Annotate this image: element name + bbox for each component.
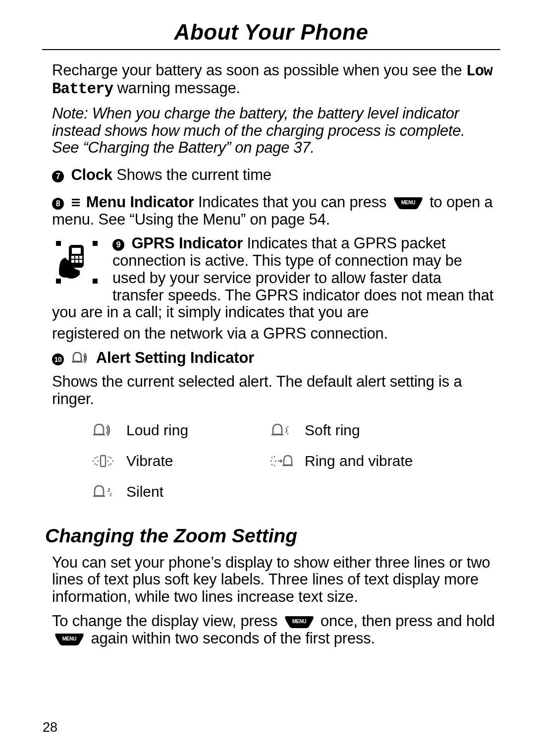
alert-description: Shows the current selected alert. The de… [52, 373, 495, 407]
svg-rect-6 [72, 248, 81, 254]
item-alert-label: Alert Setting Indicator [96, 349, 254, 366]
alert-silent-label: Silent [126, 483, 163, 501]
page-body: Recharge your battery as soon as possibl… [42, 62, 500, 647]
svg-text:z: z [109, 492, 112, 497]
gprs-hand-phone-icon [52, 238, 107, 295]
svg-point-36 [275, 460, 276, 462]
svg-point-26 [112, 460, 114, 462]
svg-point-23 [97, 464, 98, 465]
alert-soft-ring: Soft ring [270, 418, 468, 443]
svg-point-20 [93, 460, 94, 462]
silent-icon: z z [92, 484, 114, 499]
svg-text:MENU: MENU [292, 619, 306, 624]
page-number: 28 [43, 720, 57, 735]
item-gprs: 9 GPRS Indicator Indicates that a GPRS p… [52, 235, 495, 321]
marker-10-icon: 10 [52, 353, 64, 365]
svg-point-31 [271, 457, 273, 458]
menu-key-icon: MENU [284, 614, 315, 628]
svg-rect-11 [75, 260, 78, 263]
marker-7-icon: 7 [52, 171, 64, 182]
alert-options-grid: Loud ring Soft ring [92, 415, 495, 507]
alert-loud-ring: Loud ring [92, 418, 270, 443]
svg-rect-9 [79, 256, 82, 259]
svg-rect-12 [79, 260, 82, 263]
title-rule [42, 49, 500, 50]
soft-ring-icon [270, 423, 293, 438]
note-paragraph: Note: When you charge the battery, the b… [52, 105, 495, 157]
item-gprs-text: 9 GPRS Indicator Indicates that a GPRS p… [52, 234, 493, 321]
svg-point-16 [287, 426, 289, 427]
alert-vibrate: Vibrate [92, 449, 270, 473]
item-gprs-cont: registered on the network via a GPRS con… [52, 325, 495, 343]
svg-rect-3 [56, 279, 61, 284]
alert-loud-ring-label: Loud ring [126, 422, 188, 439]
svg-point-35 [274, 465, 275, 466]
svg-rect-2 [93, 241, 98, 246]
zoom-paragraph-2: To change the display view, press MENU o… [52, 613, 495, 647]
low-battery-term-2: Battery [52, 80, 113, 98]
alert-setting-icon [72, 351, 89, 369]
svg-point-19 [95, 457, 96, 459]
menu-key-icon: MENU [393, 195, 424, 209]
svg-rect-18 [101, 456, 106, 466]
text: Recharge your battery as soon as possibl… [52, 61, 466, 79]
item-clock-desc: Shows the current time [112, 166, 271, 183]
svg-point-32 [270, 460, 272, 462]
alert-ring-and-vibrate: Ring and vibrate [270, 449, 468, 473]
item-menu-desc-a: Indicates that you can press [194, 193, 391, 211]
menu-key-icon: MENU [54, 632, 85, 645]
low-battery-paragraph: Recharge your battery as soon as possibl… [52, 62, 495, 98]
loud-ring-icon [92, 423, 114, 438]
svg-point-25 [110, 457, 112, 459]
menu-indicator-icon [72, 197, 80, 208]
section-heading-zoom: Changing the Zoom Setting [45, 525, 495, 547]
alert-silent: z z Silent [92, 479, 270, 504]
svg-point-34 [274, 456, 275, 457]
page: About Your Phone Recharge your battery a… [0, 0, 535, 756]
text: once, then press and hold [317, 612, 495, 630]
text: warning message. [113, 79, 240, 97]
item-gprs-label: GPRS Indicator [131, 234, 243, 252]
svg-point-30 [107, 460, 109, 462]
alert-soft-ring-label: Soft ring [305, 422, 360, 439]
item-menu-indicator: 8 Menu Indicator Indicates that you can … [52, 194, 495, 228]
text: again within two seconds of the first pr… [87, 630, 375, 647]
marker-8-icon: 8 [52, 198, 64, 210]
svg-point-27 [110, 463, 112, 465]
svg-point-28 [108, 456, 110, 458]
zoom-paragraph-1: You can set your phone’s display to show… [52, 554, 495, 606]
svg-rect-8 [75, 256, 78, 259]
alert-vibrate-label: Vibrate [126, 453, 173, 470]
svg-rect-4 [93, 279, 98, 284]
svg-point-24 [98, 460, 99, 462]
svg-rect-1 [56, 241, 61, 246]
vibrate-icon [92, 454, 114, 468]
svg-point-22 [97, 456, 98, 458]
item-alert: 10 Alert Setting Indicator [52, 349, 495, 369]
svg-point-21 [95, 463, 96, 465]
svg-point-33 [271, 464, 273, 465]
svg-rect-7 [71, 256, 74, 259]
marker-9-icon: 9 [112, 239, 124, 251]
item-clock: 7 Clock Shows the current time [52, 167, 495, 184]
low-battery-term-1: Low [466, 62, 492, 80]
alert-ring-and-vibrate-label: Ring and vibrate [305, 453, 413, 470]
item-clock-label: Clock [71, 166, 112, 183]
svg-rect-10 [71, 260, 74, 263]
text: To change the display view, press [52, 612, 282, 630]
svg-point-29 [108, 464, 110, 465]
ring-and-vibrate-icon [270, 454, 293, 468]
item-menu-label: Menu Indicator [86, 193, 194, 211]
svg-text:MENU: MENU [401, 200, 415, 205]
page-title: About Your Phone [42, 20, 500, 45]
svg-text:MENU: MENU [62, 636, 77, 641]
svg-point-17 [287, 433, 289, 434]
